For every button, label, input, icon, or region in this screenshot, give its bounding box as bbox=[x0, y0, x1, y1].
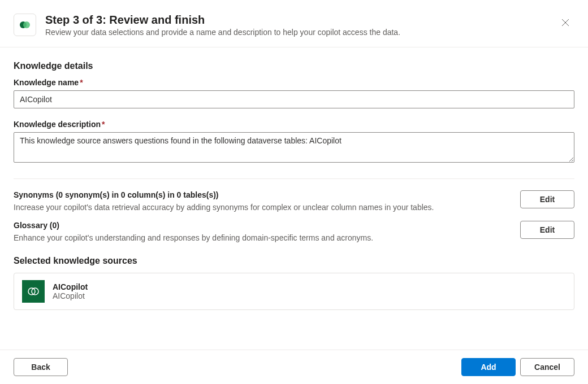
svg-point-1 bbox=[23, 21, 30, 28]
synonyms-text: Synonyms (0 synonym(s) in 0 column(s) in… bbox=[14, 190, 511, 221]
glossary-text: Glossary (0) Enhance your copilot's unde… bbox=[14, 221, 511, 251]
synonyms-row: Synonyms (0 synonym(s) in 0 column(s) in… bbox=[14, 190, 574, 221]
knowledge-name-field: Knowledge name* bbox=[14, 78, 574, 108]
knowledge-name-label: Knowledge name* bbox=[14, 78, 574, 87]
source-text: AICopilot AICopilot bbox=[53, 282, 88, 300]
footer-left: Back bbox=[14, 358, 461, 376]
header-text: Step 3 of 3: Review and finish Review yo… bbox=[45, 14, 574, 37]
page-subtitle: Review your data selections and provide … bbox=[45, 28, 574, 37]
required-star-icon: * bbox=[102, 120, 105, 129]
glossary-row: Glossary (0) Enhance your copilot's unde… bbox=[14, 221, 574, 251]
knowledge-description-field: Knowledge description* bbox=[14, 120, 574, 165]
sources-section: Selected knowledge sources AICopilot AIC… bbox=[14, 256, 574, 310]
dataverse-icon bbox=[14, 14, 36, 36]
glossary-title: Glossary (0) bbox=[14, 221, 511, 230]
cancel-button[interactable]: Cancel bbox=[520, 358, 574, 376]
source-card: AICopilot AICopilot bbox=[14, 273, 574, 310]
knowledge-name-input[interactable] bbox=[14, 90, 574, 108]
divider bbox=[14, 178, 574, 179]
required-star-icon: * bbox=[80, 78, 83, 87]
back-button[interactable]: Back bbox=[14, 358, 68, 376]
page-title: Step 3 of 3: Review and finish bbox=[45, 14, 574, 27]
source-name: AICopilot bbox=[53, 282, 88, 291]
synonyms-edit-button[interactable]: Edit bbox=[520, 190, 574, 208]
dialog-footer: Back Add Cancel bbox=[0, 350, 588, 384]
add-button[interactable]: Add bbox=[461, 358, 516, 376]
sources-heading: Selected knowledge sources bbox=[14, 256, 574, 266]
synonyms-title: Synonyms (0 synonym(s) in 0 column(s) in… bbox=[14, 190, 511, 199]
close-button[interactable] bbox=[556, 14, 574, 32]
dataverse-table-icon bbox=[22, 280, 45, 303]
glossary-description: Enhance your copilot's understanding and… bbox=[14, 233, 511, 242]
close-icon bbox=[561, 18, 570, 27]
knowledge-description-input[interactable] bbox=[14, 132, 574, 163]
synonyms-description: Increase your copilot's data retrieval a… bbox=[14, 203, 511, 212]
source-subtitle: AICopilot bbox=[53, 291, 88, 300]
dialog-content: Knowledge details Knowledge name* Knowle… bbox=[0, 47, 588, 350]
knowledge-description-label: Knowledge description* bbox=[14, 120, 574, 129]
knowledge-details-heading: Knowledge details bbox=[14, 61, 574, 71]
glossary-edit-button[interactable]: Edit bbox=[520, 221, 574, 239]
dialog-header: Step 3 of 3: Review and finish Review yo… bbox=[0, 0, 588, 47]
